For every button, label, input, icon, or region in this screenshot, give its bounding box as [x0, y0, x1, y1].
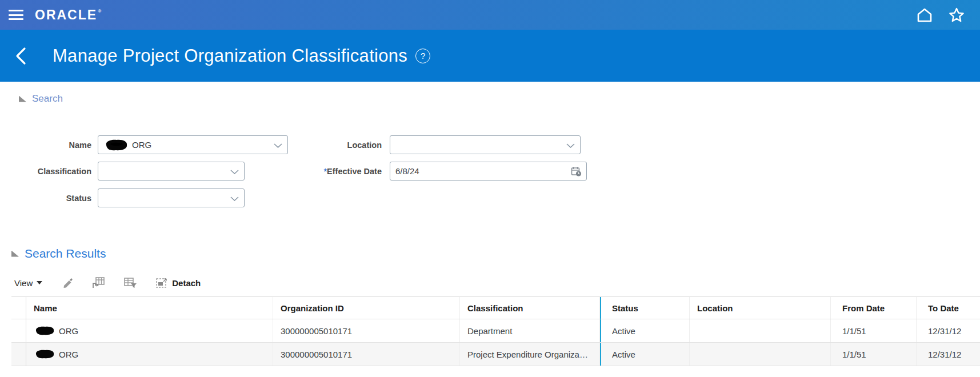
search-results-section-label: Search Results [25, 247, 106, 260]
column-header-from-date[interactable]: From Date [831, 297, 917, 319]
cell-status: Active [600, 343, 690, 366]
column-header-classification[interactable]: Classification [460, 297, 600, 319]
global-header-bar: ORACLE ® [0, 0, 980, 30]
date-picker-icon[interactable] [571, 166, 582, 177]
classification-input[interactable] [98, 162, 245, 181]
status-input[interactable] [98, 188, 245, 207]
row-selector-cell[interactable] [11, 319, 26, 342]
table-row[interactable]: ORG 300000005010171 Department Active 1/… [11, 319, 980, 343]
search-results-section-toggle[interactable]: Search Results [11, 247, 106, 260]
cell-classification: Project Expenditure Organiza… [460, 343, 600, 366]
registered-mark: ® [98, 9, 102, 14]
view-menu-button[interactable]: View [14, 278, 42, 288]
column-header-name[interactable]: Name [26, 297, 273, 319]
results-toolbar: View Detach [14, 273, 201, 292]
column-header-location[interactable]: Location [690, 297, 831, 319]
chevron-down-icon[interactable] [274, 143, 282, 148]
location-label: Location [297, 141, 382, 150]
cell-location [690, 319, 831, 342]
chevron-down-icon[interactable] [566, 143, 575, 148]
help-icon[interactable]: ? [415, 49, 430, 63]
search-section-toggle[interactable]: Search [19, 93, 63, 105]
column-header-to-date[interactable]: To Date [917, 297, 980, 319]
cell-location [690, 343, 831, 366]
column-header-status[interactable]: Status [600, 297, 690, 319]
row-header-gutter [11, 297, 26, 319]
location-field-row: Location [297, 135, 581, 154]
column-header-organization-id[interactable]: Organization ID [273, 297, 460, 319]
redaction-scribble [103, 138, 129, 152]
disclosure-triangle-icon [11, 251, 19, 257]
name-input[interactable]: ORG [98, 135, 288, 154]
chevron-down-icon[interactable] [230, 196, 239, 201]
search-section-label: Search [32, 93, 63, 105]
chevron-down-icon[interactable] [230, 170, 239, 174]
oracle-logo-text: ORACLE [35, 7, 97, 23]
results-table: Name Organization ID Classification Stat… [11, 296, 980, 366]
page-title: Manage Project Organization Classificati… [53, 46, 407, 66]
status-field-row: Status [17, 188, 245, 207]
effective-date-label: *Effective Date [297, 167, 382, 176]
detach-button[interactable]: Detach [155, 276, 201, 289]
location-input[interactable] [390, 135, 581, 154]
cell-from-date: 1/1/51 [831, 319, 917, 342]
favorites-star-icon[interactable] [948, 7, 965, 23]
cell-organization-id: 300000005010171 [273, 343, 460, 366]
cell-to-date: 12/31/12 [917, 343, 980, 366]
classification-field-row: Classification [17, 162, 245, 181]
effective-date-value: 6/8/24 [395, 166, 419, 176]
effective-date-field-row: *Effective Date 6/8/24 [297, 162, 587, 181]
detach-icon [155, 276, 168, 289]
effective-date-input[interactable]: 6/8/24 [390, 162, 587, 181]
disclosure-triangle-icon [19, 96, 26, 102]
row-selector-cell[interactable] [11, 343, 26, 366]
view-menu-label: View [14, 278, 33, 288]
cell-name: ORG [26, 343, 273, 366]
cell-name: ORG [26, 319, 273, 342]
name-label: Name [17, 141, 91, 150]
cell-from-date: 1/1/51 [831, 343, 917, 366]
page-header: Manage Project Organization Classificati… [0, 30, 980, 82]
detach-label: Detach [172, 278, 201, 288]
redaction-scribble [34, 325, 55, 336]
navigation-menu-icon[interactable] [9, 10, 23, 20]
cell-status: Active [600, 319, 690, 342]
edit-pencil-icon[interactable] [61, 276, 73, 289]
query-by-example-icon[interactable] [91, 276, 105, 289]
back-arrow-icon[interactable] [14, 46, 27, 66]
name-value: ORG [132, 140, 151, 150]
table-row[interactable]: ORG 300000005010171 Project Expenditure … [11, 343, 980, 366]
cell-organization-id: 300000005010171 [273, 319, 460, 342]
filter-table-icon[interactable] [123, 276, 137, 289]
classification-label: Classification [17, 167, 91, 176]
cell-classification: Department [460, 319, 600, 342]
status-label: Status [17, 194, 91, 203]
home-icon[interactable] [916, 7, 933, 23]
name-field-row: Name ORG [17, 135, 288, 154]
cell-to-date: 12/31/12 [917, 319, 980, 342]
caret-down-icon [37, 281, 42, 284]
table-header-row: Name Organization ID Classification Stat… [11, 297, 980, 319]
redaction-scribble [34, 348, 55, 360]
oracle-logo[interactable]: ORACLE ® [35, 7, 102, 23]
